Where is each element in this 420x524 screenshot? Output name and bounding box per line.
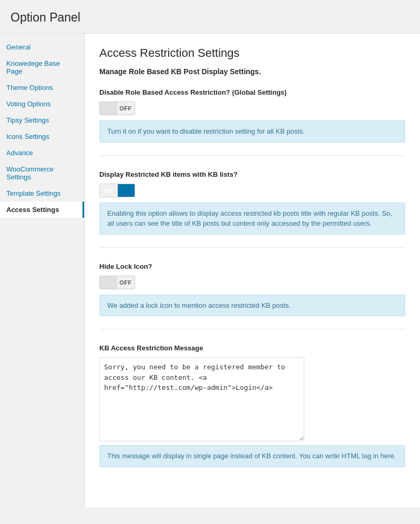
sidebar-item-woocommerce-settings[interactable]: WooCommerce Settings bbox=[0, 161, 84, 185]
section-display-restricted: Display Restricted KB items with KB list… bbox=[99, 170, 405, 248]
toggle-knob-on bbox=[118, 184, 135, 197]
section-label-display-restricted: Display Restricted KB items with KB list… bbox=[99, 170, 405, 178]
section-label-disable-role-based: Disable Role Based Access Restriction? (… bbox=[99, 88, 405, 96]
toggle-label: OFF bbox=[117, 105, 135, 112]
sidebar-item-voting-options[interactable]: Voting Options bbox=[0, 96, 84, 112]
toggle-wrapper-disable-role-based: OFF bbox=[99, 102, 405, 115]
toggle-knob-off bbox=[100, 276, 117, 289]
section-label-kb-access-message: KB Access Restriction Message bbox=[99, 344, 405, 352]
sidebar-item-advance[interactable]: Advance bbox=[0, 145, 84, 161]
section-disable-role-based: Disable Role Based Access Restriction? (… bbox=[99, 88, 405, 156]
page-header: Option Panel bbox=[0, 0, 420, 34]
toggle-hide-lock-icon[interactable]: OFF bbox=[99, 276, 135, 289]
sidebar-item-knowledge-base-page[interactable]: Knowedege Base Page bbox=[0, 55, 84, 79]
layout: General Knowedege Base Page Theme Option… bbox=[0, 34, 420, 507]
sidebar-item-access-settings[interactable]: Access Settings bbox=[0, 201, 84, 218]
main-subtitle: Manage Role Based KB Post Display Settin… bbox=[99, 67, 405, 76]
info-disable-role-based: Turn it on if you want to disable restri… bbox=[99, 120, 405, 143]
section-kb-access-message: KB Access Restriction Message Sorry, you… bbox=[99, 344, 405, 480]
main-title: Access Restriction Settings bbox=[99, 46, 405, 60]
kb-message-textarea[interactable]: Sorry, you need to be a registered membe… bbox=[99, 357, 304, 441]
sidebar: General Knowedege Base Page Theme Option… bbox=[0, 34, 84, 507]
toggle-wrapper-hide-lock-icon: OFF bbox=[99, 276, 405, 289]
sidebar-item-icons-settings[interactable]: Icons Settings bbox=[0, 128, 84, 145]
main-content: Access Restriction Settings Manage Role … bbox=[84, 34, 420, 507]
toggle-display-restricted[interactable]: ON bbox=[99, 184, 135, 197]
sidebar-item-general[interactable]: General bbox=[0, 39, 84, 55]
sidebar-item-theme-options[interactable]: Theme Options bbox=[0, 79, 84, 96]
info-kb-access-message: This message will display in single page… bbox=[99, 445, 405, 467]
toggle-label-off: OFF bbox=[117, 279, 135, 286]
toggle-knob bbox=[100, 102, 117, 115]
toggle-wrapper-display-restricted: ON bbox=[99, 184, 405, 197]
sidebar-item-template-settings[interactable]: Template Settings bbox=[0, 185, 84, 201]
section-label-hide-lock-icon: Hide Lock Icon? bbox=[99, 263, 405, 270]
page-title: Option Panel bbox=[11, 11, 409, 25]
section-hide-lock-icon: Hide Lock Icon? OFF We added a lock icon… bbox=[99, 263, 405, 330]
info-display-restricted: Enabling this option allows to display a… bbox=[99, 203, 405, 235]
toggle-label-on: ON bbox=[100, 187, 118, 194]
info-hide-lock-icon: We added a lock icon to mention access r… bbox=[99, 295, 405, 317]
sidebar-item-tipsy-settings[interactable]: Tipsy Settings bbox=[0, 112, 84, 128]
toggle-disable-role-based[interactable]: OFF bbox=[99, 102, 135, 115]
